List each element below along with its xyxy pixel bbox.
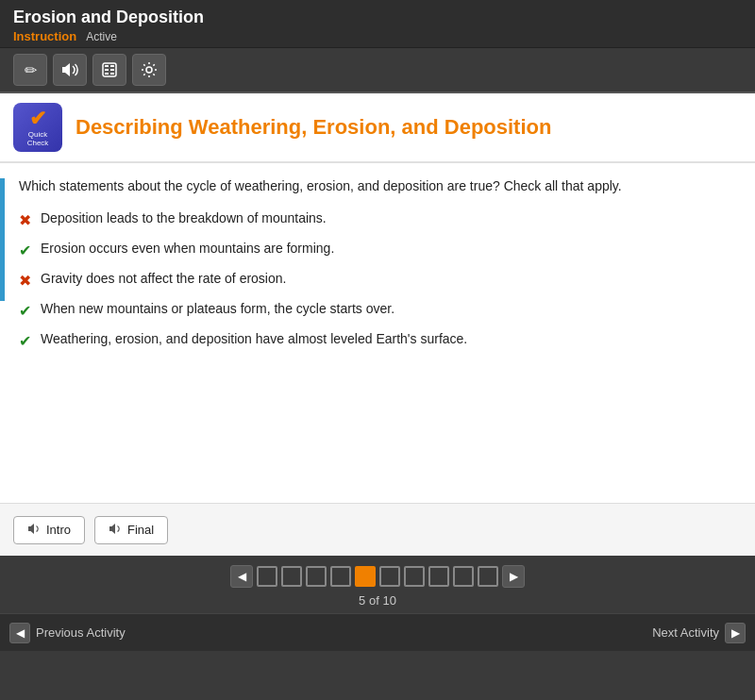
svg-rect-5: [105, 73, 109, 75]
answer-text: Erosion occurs even when mountains are f…: [41, 241, 334, 256]
svg-point-7: [146, 67, 152, 73]
page-dot-2[interactable]: [281, 566, 302, 587]
content-header: ✔ Quick Check Describing Weathering, Ero…: [0, 93, 755, 163]
pagination-prev-button[interactable]: ◀: [230, 565, 253, 588]
intro-audio-label: Intro: [46, 523, 71, 537]
content-area: ✔ Quick Check Describing Weathering, Ero…: [0, 93, 755, 556]
prev-arrow-button[interactable]: ◀: [9, 623, 30, 643]
wrong-icon: ✖: [19, 272, 31, 290]
svg-rect-6: [110, 73, 114, 75]
instruction-label: Instruction: [13, 29, 76, 43]
page-dot-8[interactable]: [428, 566, 449, 587]
check-mark-icon: ✔: [29, 107, 46, 131]
final-audio-button[interactable]: Final: [94, 516, 168, 544]
next-arrow-button[interactable]: ▶: [725, 623, 746, 643]
svg-rect-3: [105, 69, 109, 71]
bottom-nav: ◀ Previous Activity Next Activity ▶: [0, 613, 755, 651]
correct-icon: ✔: [19, 302, 31, 320]
speaker-icon: [27, 523, 41, 538]
answer-item: ✔When new mountains or plateaus form, th…: [19, 301, 736, 320]
answer-item: ✖Gravity does not affect the rate of ero…: [19, 271, 736, 290]
answer-list: ✖Deposition leads to the breakdown of mo…: [19, 210, 736, 350]
page-dot-5[interactable]: [355, 566, 376, 587]
left-accent-bar: [0, 178, 5, 301]
next-activity-label: Next Activity: [652, 625, 719, 640]
page-dot-7[interactable]: [404, 566, 425, 587]
answer-item: ✔Erosion occurs even when mountains are …: [19, 241, 736, 259]
svg-rect-1: [105, 65, 109, 67]
settings-tool-button[interactable]: [132, 54, 166, 86]
prev-activity-label: Previous Activity: [36, 625, 126, 640]
page-count: 5 of 10: [359, 593, 396, 608]
pagination-next-button[interactable]: ▶: [502, 565, 525, 588]
answer-item: ✔Weathering, erosion, and deposition hav…: [19, 331, 736, 350]
page-dot-9[interactable]: [453, 566, 474, 587]
svg-rect-2: [110, 65, 114, 67]
page-dot-6[interactable]: [379, 566, 400, 587]
page-dot-4[interactable]: [330, 566, 351, 587]
speaker-icon: [109, 523, 122, 538]
prev-activity-nav[interactable]: ◀ Previous Activity: [9, 623, 126, 643]
page-dot-1[interactable]: [257, 566, 277, 587]
correct-icon: ✔: [19, 242, 31, 259]
next-activity-nav[interactable]: Next Activity ▶: [652, 623, 746, 643]
header-meta: Instruction Active: [13, 29, 742, 43]
question-area: Which statements about the cycle of weat…: [0, 163, 755, 503]
section-title: Describing Weathering, Erosion, and Depo…: [76, 115, 551, 140]
final-audio-label: Final: [127, 523, 154, 537]
top-header: Erosion and Deposition Instruction Activ…: [0, 0, 755, 48]
page-dots: [257, 566, 498, 587]
bottom-content-bar: IntroFinal: [0, 503, 755, 556]
pencil-tool-button[interactable]: ✏: [13, 54, 47, 86]
quick-check-icon: ✔ Quick Check: [13, 103, 62, 152]
pagination-controls: ◀ ▶: [230, 565, 525, 588]
answer-text: Weathering, erosion, and deposition have…: [41, 331, 467, 346]
page-dot-3[interactable]: [306, 566, 327, 587]
correct-icon: ✔: [19, 332, 31, 350]
active-badge: Active: [86, 30, 117, 43]
content-wrapper: ✔ Quick Check Describing Weathering, Ero…: [0, 93, 755, 556]
answer-text: Deposition leads to the breakdown of mou…: [41, 210, 327, 225]
answer-text: When new mountains or plateaus form, the…: [41, 301, 394, 316]
quick-check-label: Quick Check: [27, 131, 49, 148]
wrong-icon: ✖: [19, 211, 31, 229]
intro-audio-button[interactable]: Intro: [13, 516, 85, 544]
calculator-tool-button[interactable]: [92, 54, 126, 86]
toolbar: ✏: [0, 48, 755, 93]
question-text: Which statements about the cycle of weat…: [19, 178, 736, 193]
audio-tool-button[interactable]: [53, 54, 87, 86]
answer-text: Gravity does not affect the rate of eros…: [41, 271, 286, 286]
svg-rect-4: [110, 69, 114, 71]
answer-item: ✖Deposition leads to the breakdown of mo…: [19, 210, 736, 229]
pagination-area: ◀ ▶ 5 of 10: [0, 556, 755, 613]
app-title: Erosion and Deposition: [13, 8, 742, 27]
page-dot-10[interactable]: [478, 566, 498, 587]
